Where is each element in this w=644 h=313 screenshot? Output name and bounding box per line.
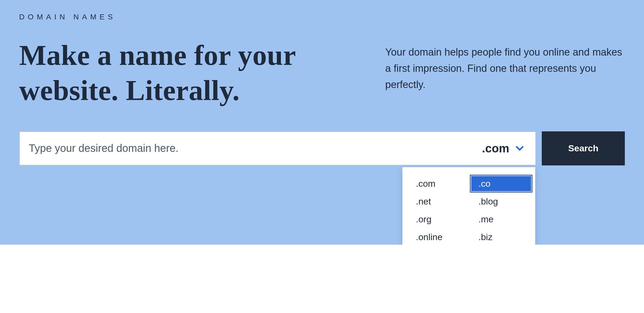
eyebrow-label: DOMAIN NAMES	[19, 13, 625, 21]
domain-search-input[interactable]	[20, 132, 471, 165]
chevron-down-icon	[515, 144, 524, 153]
search-row: .com .com.net.org.online.site.website.sp…	[19, 131, 625, 165]
tld-option[interactable]: .online	[407, 228, 470, 245]
tld-dropdown-col2: .co.blog.me.biz.info.us.ca.life.cloud	[470, 175, 532, 245]
tld-option[interactable]: .biz	[470, 228, 532, 245]
tld-option[interactable]: .me	[470, 210, 532, 228]
page-subhead: Your domain helps people find you online…	[385, 38, 625, 108]
tld-dropdown-col1: .com.net.org.online.site.website.space.t…	[407, 175, 470, 245]
page-headline: Make a name for your website. Literally.	[19, 38, 353, 108]
hero-row: Make a name for your website. Literally.…	[19, 38, 625, 108]
tld-option[interactable]: .net	[407, 193, 470, 210]
tld-selected-label: .com	[482, 142, 509, 155]
tld-option[interactable]: .co	[470, 175, 532, 193]
tld-option[interactable]: .blog	[470, 193, 532, 210]
domain-search-box: .com .com.net.org.online.site.website.sp…	[19, 131, 536, 165]
search-button[interactable]: Search	[542, 131, 625, 165]
hero-section: DOMAIN NAMES Make a name for your websit…	[0, 0, 644, 245]
tld-dropdown-menu: .com.net.org.online.site.website.space.t…	[402, 167, 535, 245]
tld-dropdown-trigger[interactable]: .com	[471, 132, 535, 165]
tld-option[interactable]: .com	[407, 175, 470, 193]
tld-option[interactable]: .org	[407, 210, 470, 228]
